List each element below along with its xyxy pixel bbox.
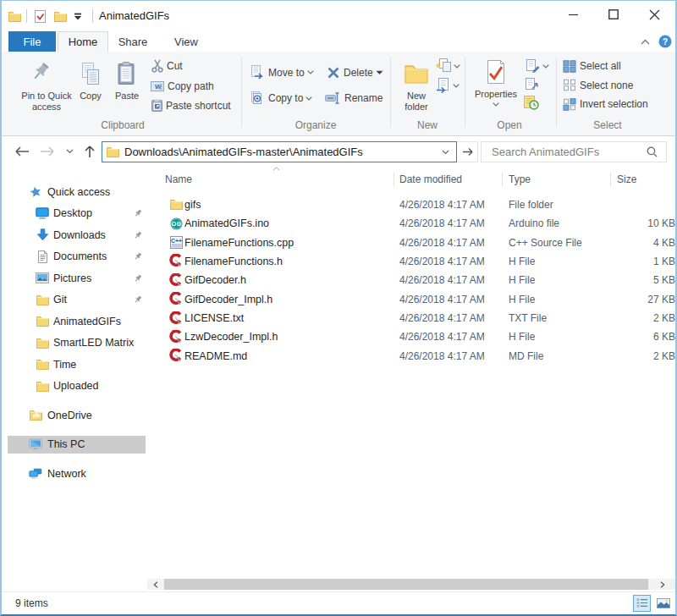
paste-button[interactable]: Paste xyxy=(112,57,142,102)
scrollbar-thumb[interactable] xyxy=(164,579,648,590)
history-button[interactable] xyxy=(524,96,539,110)
column-separator[interactable] xyxy=(610,172,611,187)
close-button[interactable] xyxy=(635,1,674,28)
file-rows: gifs4/26/2018 4:17 AMFile folderAnimated… xyxy=(147,195,677,366)
easy-access-button[interactable] xyxy=(436,78,460,93)
tab-share[interactable]: Share xyxy=(113,31,153,52)
sidebar-item-uploaded[interactable]: Uploaded xyxy=(2,376,147,398)
column-header-name[interactable]: Name xyxy=(165,170,192,189)
delete-label: Delete xyxy=(344,67,373,79)
rename-button[interactable]: Rename xyxy=(325,91,383,106)
file-name: AnimatedGIFs.ino xyxy=(184,214,269,233)
scroll-right-arrow[interactable] xyxy=(656,579,669,590)
minimize-ribbon-button[interactable] xyxy=(635,31,655,52)
horizontal-scrollbar[interactable] xyxy=(147,579,677,590)
pin-icon xyxy=(134,295,142,304)
select-none-label: Select none xyxy=(580,80,633,91)
edit-button[interactable] xyxy=(526,59,549,73)
tab-home[interactable]: Home xyxy=(58,31,108,52)
copy-button[interactable]: Copy xyxy=(76,57,105,102)
select-all-button[interactable]: Select all xyxy=(563,59,621,73)
column-separator[interactable] xyxy=(502,172,503,187)
file-size: 2 KB xyxy=(653,347,675,366)
pin-to-quick-access-button[interactable]: Pin to Quick access xyxy=(19,57,74,113)
select-none-button[interactable]: Select none xyxy=(563,79,633,92)
file-row-readme-md[interactable]: README.md4/26/2018 4:17 AMMD File2 KB xyxy=(147,347,677,366)
address-dropdown-icon[interactable] xyxy=(442,150,449,155)
sidebar-item-animatedgifs[interactable]: AnimatedGIFs xyxy=(2,311,147,333)
file-row-animatedgifs-ino[interactable]: AnimatedGIFs.ino4/26/2018 4:17 AMArduino… xyxy=(147,214,677,233)
file-date: 4/26/2018 4:17 AM xyxy=(399,289,485,308)
cut-button[interactable]: Cut xyxy=(151,58,183,74)
go-button[interactable] xyxy=(458,141,478,162)
window-folder-icon xyxy=(8,1,21,31)
pin-icon xyxy=(134,231,142,239)
paste-shortcut-button[interactable]: Paste shortcut xyxy=(151,98,231,113)
file-row-license-txt[interactable]: LICENSE.txt4/26/2018 4:17 AMTXT File2 KB xyxy=(147,309,677,327)
open-button[interactable] xyxy=(526,78,538,91)
new-folder-button[interactable]: New folder xyxy=(398,57,435,113)
sidebar-item-label: SmartLED Matrix xyxy=(53,337,134,349)
sidebar-item-network[interactable]: Network xyxy=(2,463,147,485)
tab-view[interactable]: View xyxy=(168,31,205,52)
up-button[interactable] xyxy=(80,136,100,167)
file-row-filenamefunctions-h[interactable]: FilenameFunctions.h4/26/2018 4:17 AMH Fi… xyxy=(147,252,677,271)
sidebar-item-downloads[interactable]: Downloads xyxy=(2,224,147,246)
sidebar-item-quick-access[interactable]: Quick access xyxy=(2,181,147,203)
paste-shortcut-label: Paste shortcut xyxy=(166,100,231,112)
sidebar-item-time[interactable]: Time xyxy=(2,354,147,376)
group-separator xyxy=(390,57,391,128)
copy-to-button[interactable]: Copy to xyxy=(250,91,312,106)
icons-view-button[interactable] xyxy=(654,595,672,612)
properties-button[interactable]: Properties xyxy=(471,55,520,107)
tab-file[interactable]: File xyxy=(8,31,56,52)
file-row-gifdecoder-h[interactable]: GifDecoder.h4/26/2018 4:17 AMH File5 KB xyxy=(147,271,677,289)
sidebar-item-documents[interactable]: Documents xyxy=(2,246,147,268)
forward-button[interactable] xyxy=(37,136,58,167)
scroll-left-arrow[interactable] xyxy=(149,579,162,590)
file-date: 4/26/2018 4:17 AM xyxy=(399,233,485,251)
file-date: 4/26/2018 4:17 AM xyxy=(399,195,485,214)
file-row-gifdecoder-impl-h[interactable]: GifDecoder_Impl.h4/26/2018 4:17 AMH File… xyxy=(147,289,677,308)
file-row-gifs[interactable]: gifs4/26/2018 4:17 AMFile folder xyxy=(147,195,677,214)
sidebar-item-git[interactable]: Git xyxy=(2,289,147,311)
file-row-filenamefunctions-cpp[interactable]: C++FilenameFunctions.cpp4/26/2018 4:17 A… xyxy=(147,233,677,251)
sidebar-item-onedrive[interactable]: OneDrive xyxy=(2,404,147,426)
maximize-button[interactable] xyxy=(594,1,633,28)
invert-selection-button[interactable]: Invert selection xyxy=(563,97,648,111)
back-button[interactable] xyxy=(12,136,32,167)
qat-customize-button[interactable] xyxy=(74,1,82,31)
help-button[interactable]: ? xyxy=(655,31,675,52)
details-view-button[interactable] xyxy=(633,595,651,612)
sidebar-item-this-pc[interactable]: This PC xyxy=(2,434,147,456)
column-header-size[interactable]: Size xyxy=(617,170,636,189)
sidebar-item-label: Network xyxy=(47,468,86,480)
qat-properties-button[interactable] xyxy=(35,1,46,31)
search-box[interactable]: Search AnimatedGIFs xyxy=(481,141,667,162)
recent-locations-button[interactable] xyxy=(63,136,76,167)
file-date: 4/26/2018 4:17 AM xyxy=(399,327,485,346)
column-header-date[interactable]: Date modified xyxy=(399,170,462,189)
desktop-icon xyxy=(36,206,49,220)
window-title: AnimatedGIFs xyxy=(99,1,169,31)
copy-path-button[interactable]: WCopy path xyxy=(151,79,214,94)
file-type: H File xyxy=(509,289,535,308)
column-separator[interactable] xyxy=(394,172,394,187)
new-item-button[interactable] xyxy=(435,58,460,74)
search-icon[interactable] xyxy=(647,146,658,157)
file-size: 6 KB xyxy=(653,327,675,346)
star-icon xyxy=(29,185,42,199)
delete-button[interactable]: Delete xyxy=(327,65,383,80)
file-row-lzwdecoder-impl-h[interactable]: LzwDecoder_Impl.h4/26/2018 4:17 AMH File… xyxy=(147,327,677,346)
sidebar-item-pictures[interactable]: Pictures xyxy=(2,267,147,289)
minimize-button[interactable] xyxy=(553,1,592,28)
qat-new-folder-button[interactable] xyxy=(54,1,67,31)
sidebar-item-desktop[interactable]: Desktop xyxy=(2,203,147,225)
address-box[interactable]: Downloads\AnimatedGIFs-master\AnimatedGI… xyxy=(102,141,457,162)
sidebar-item-smartled-matrix[interactable]: SmartLED Matrix xyxy=(2,333,147,355)
column-header-type[interactable]: Type xyxy=(509,170,531,189)
move-to-button[interactable]: Move to xyxy=(250,65,314,80)
folder-icon xyxy=(36,336,49,349)
svg-text:?: ? xyxy=(663,37,668,47)
sort-ascending-icon[interactable] xyxy=(272,167,280,171)
